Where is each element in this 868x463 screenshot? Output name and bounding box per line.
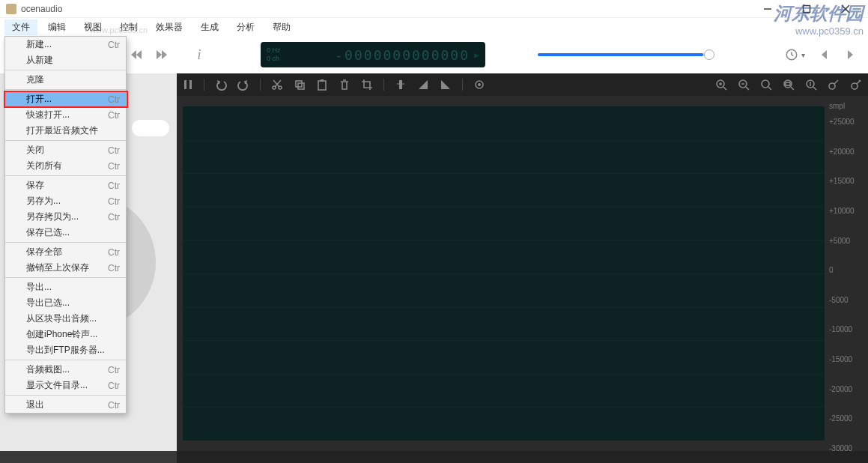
tick: +25000 <box>829 118 865 126</box>
svg-point-23 <box>852 83 858 89</box>
slider-thumb[interactable] <box>704 49 714 60</box>
menu-item-导出[interactable]: 导出... <box>5 279 126 295</box>
menu-item-退出[interactable]: 退出Ctr <box>5 397 126 413</box>
menu-item-shortcut: Ctr <box>108 196 120 207</box>
maximize-button[interactable] <box>796 1 817 16</box>
menu-item-导出到FTP服务器[interactable]: 导出到FTP服务器... <box>5 342 126 358</box>
history-button[interactable] <box>785 48 798 61</box>
menu-bar: 文件 编辑 视图 控制 效果器 生成 分析 帮助 <box>0 18 868 36</box>
undo-icon[interactable] <box>215 79 227 91</box>
menu-item-label: 打开... <box>26 93 52 106</box>
copy-icon[interactable] <box>294 79 306 91</box>
record-icon[interactable] <box>473 79 485 91</box>
menu-analyze[interactable]: 分析 <box>229 19 262 35</box>
menu-item-另存拷贝为[interactable]: 另存拷贝为...Ctr <box>5 209 126 225</box>
menu-separator <box>5 70 126 70</box>
menu-item-新建[interactable]: 新建...Ctr <box>5 37 126 52</box>
menu-item-label: 另存为... <box>26 195 61 208</box>
menu-item-撤销至上次保存[interactable]: 撤销至上次保存Ctr <box>5 260 126 276</box>
menu-file[interactable]: 文件 <box>4 19 37 35</box>
minimize-button[interactable] <box>757 1 778 16</box>
tick: +10000 <box>829 207 865 215</box>
window-controls <box>757 1 856 16</box>
menu-help[interactable]: 帮助 <box>265 19 298 35</box>
menu-separator <box>5 175 126 176</box>
svg-rect-12 <box>321 79 324 82</box>
menu-item-shortcut: Ctr <box>108 145 120 156</box>
rewind-button[interactable] <box>127 46 145 64</box>
zoom-sel-icon[interactable] <box>783 79 795 91</box>
svg-rect-9 <box>296 81 302 87</box>
menu-item-音频截图[interactable]: 音频截图...Ctr <box>5 362 126 378</box>
zoom-in-icon[interactable] <box>715 79 727 91</box>
info-button[interactable]: i <box>190 46 208 64</box>
menu-item-关闭所有[interactable]: 关闭所有Ctr <box>5 158 126 174</box>
menu-item-从新建[interactable]: 从新建 <box>5 52 126 68</box>
menu-item-克隆[interactable]: 克隆 <box>5 72 126 88</box>
tick: -25000 <box>829 414 865 423</box>
svg-rect-20 <box>786 82 790 85</box>
menu-item-label: 创建iPhone铃声... <box>26 328 97 341</box>
menu-item-shortcut: Ctr <box>108 263 120 273</box>
pause-icon[interactable] <box>183 79 193 90</box>
menu-item-label: 关闭 <box>26 144 44 157</box>
nav-back-button[interactable] <box>819 49 831 61</box>
paste-icon[interactable] <box>316 79 328 91</box>
menu-item-label: 从新建 <box>26 54 53 67</box>
svg-point-18 <box>762 80 769 88</box>
tool1-icon[interactable] <box>828 79 840 91</box>
menu-view[interactable]: 视图 <box>76 19 109 35</box>
menu-item-保存全部[interactable]: 保存全部Ctr <box>5 244 126 260</box>
menu-item-label: 导出... <box>26 281 52 294</box>
menu-item-导出已选[interactable]: 导出已选... <box>5 295 126 311</box>
timeline-strip[interactable] <box>177 451 868 463</box>
menu-edit[interactable]: 编辑 <box>40 19 73 35</box>
history-dropdown-icon[interactable]: ▾ <box>801 51 805 59</box>
fadeout-icon[interactable] <box>440 79 452 91</box>
menu-item-从区块导出音频[interactable]: 从区块导出音频... <box>5 311 126 327</box>
close-button[interactable] <box>835 1 856 16</box>
menu-item-label: 撤销至上次保存 <box>26 261 89 274</box>
menu-item-关闭[interactable]: 关闭Ctr <box>5 142 126 158</box>
menu-item-保存已选[interactable]: 保存已选... <box>5 225 126 240</box>
panel-bottom-bar <box>0 451 177 463</box>
zoom-fit-icon[interactable] <box>760 79 772 91</box>
crop-icon[interactable] <box>361 79 373 91</box>
tick: +5000 <box>829 237 865 245</box>
menu-control[interactable]: 控制 <box>112 19 145 35</box>
menu-item-创建iPhone铃声[interactable]: 创建iPhone铃声... <box>5 327 126 342</box>
svg-rect-11 <box>318 81 326 90</box>
menu-effects[interactable]: 效果器 <box>148 19 190 35</box>
menu-separator <box>5 140 126 141</box>
tick: +15000 <box>829 177 865 185</box>
work-area: 里 , 压 <box>0 73 868 463</box>
zoom-vert-icon[interactable] <box>805 79 817 91</box>
tool2-icon[interactable] <box>850 79 862 91</box>
y-axis-ticks: +25000 +20000 +15000 +10000 +5000 0 -500… <box>829 118 865 453</box>
zoom-out-icon[interactable] <box>738 79 750 91</box>
menu-item-保存[interactable]: 保存Ctr <box>5 178 126 193</box>
svg-rect-10 <box>298 83 304 89</box>
menu-generate[interactable]: 生成 <box>193 19 226 35</box>
menu-item-label: 显示文件目录... <box>26 379 88 392</box>
menu-item-打开[interactable]: 打开...Ctr <box>5 91 126 107</box>
y-axis: smpl +25000 +20000 +15000 +10000 +5000 0… <box>826 96 868 453</box>
fadein-icon[interactable] <box>417 79 429 91</box>
volume-slider[interactable] <box>538 53 710 56</box>
menu-item-shortcut: Ctr <box>108 94 120 105</box>
menu-item-快速打开[interactable]: 快速打开...Ctr <box>5 107 126 123</box>
redo-icon[interactable] <box>237 79 249 91</box>
cut-icon[interactable] <box>271 79 283 91</box>
forward-button[interactable] <box>153 46 171 64</box>
menu-item-shortcut: Ctr <box>108 212 120 223</box>
nav-forward-button[interactable] <box>844 49 856 61</box>
gain-icon[interactable] <box>395 79 407 91</box>
menu-item-打开最近音频文件[interactable]: 打开最近音频文件 <box>5 123 126 139</box>
menu-item-label: 新建... <box>26 38 52 51</box>
panel-pill <box>132 120 169 136</box>
menu-item-显示文件目录[interactable]: 显示文件目录...Ctr <box>5 378 126 393</box>
waveform-canvas[interactable] <box>183 106 825 441</box>
menu-item-label: 保存全部 <box>26 246 62 258</box>
menu-item-另存为[interactable]: 另存为...Ctr <box>5 193 126 209</box>
delete-icon[interactable] <box>339 79 350 91</box>
